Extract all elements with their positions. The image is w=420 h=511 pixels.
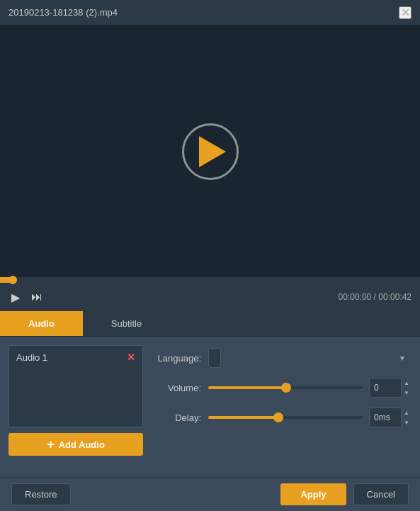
tab-subtitle[interactable]: Subtitle — [83, 311, 170, 336]
volume-thumb[interactable] — [281, 383, 291, 393]
delay-label: Delay: — [152, 412, 201, 423]
volume-spin-down[interactable]: ▼ — [402, 388, 412, 398]
add-audio-label: Add Audio — [59, 439, 105, 450]
tab-audio[interactable]: Audio — [0, 311, 83, 336]
volume-control: ▲ ▼ — [208, 378, 412, 398]
progress-handle[interactable] — [8, 276, 17, 284]
cancel-button[interactable]: Cancel — [353, 483, 409, 505]
fast-forward-button[interactable]: ⏭ — [28, 289, 45, 305]
add-audio-button[interactable]: + Add Audio — [8, 433, 143, 456]
time-separator: / — [374, 292, 376, 302]
delay-fill — [208, 416, 278, 419]
restore-button[interactable]: Restore — [11, 483, 71, 505]
window-title: 20190213-181238 (2).mp4 — [8, 7, 118, 18]
tabs-bar: Audio Subtitle — [0, 311, 420, 337]
plus-icon: + — [47, 438, 55, 451]
language-control — [208, 348, 412, 368]
audio-item-label: Audio 1 — [16, 352, 47, 363]
audio-list: Audio 1 ✕ — [8, 345, 143, 427]
volume-input-wrapper: ▲ ▼ — [369, 378, 412, 398]
delay-control: ▲ ▼ — [208, 408, 412, 427]
delay-input-wrapper: ▲ ▼ — [369, 408, 412, 427]
language-row: Language: — [152, 348, 412, 368]
delay-spin-up[interactable]: ▲ — [402, 408, 412, 417]
time-display: 00:00:00 / 00:00:42 — [339, 292, 412, 302]
audio-list-container: Audio 1 ✕ + Add Audio — [8, 345, 143, 456]
footer-actions: Apply Cancel — [280, 483, 409, 505]
language-label: Language: — [152, 353, 201, 364]
settings-panel: Language: Volume: ▲ — [152, 345, 412, 456]
delay-row: Delay: ▲ ▼ — [152, 408, 412, 427]
volume-spin-up[interactable]: ▲ — [402, 378, 412, 388]
delay-spin-arrows: ▲ ▼ — [401, 408, 412, 427]
total-time: 00:00:42 — [378, 292, 412, 302]
apply-button[interactable]: Apply — [280, 483, 346, 505]
progress-bar[interactable] — [0, 277, 420, 283]
delay-spin-down[interactable]: ▼ — [402, 417, 412, 427]
close-button[interactable]: ✕ — [399, 6, 412, 19]
language-select-wrapper — [208, 348, 412, 368]
volume-fill — [208, 386, 286, 389]
volume-label: Volume: — [152, 383, 201, 393]
play-pause-button[interactable]: ▶ — [8, 289, 23, 305]
volume-slider[interactable] — [208, 386, 363, 389]
title-bar: 20190213-181238 (2).mp4 ✕ — [0, 0, 420, 26]
content-panel: Audio 1 ✕ + Add Audio Language: Volume: — [0, 337, 420, 464]
controls-bar: ▶ ⏭ 00:00:00 / 00:00:42 — [0, 283, 420, 311]
current-time: 00:00:00 — [339, 292, 372, 302]
volume-spin-arrows: ▲ ▼ — [401, 378, 412, 398]
delay-thumb[interactable] — [273, 412, 283, 422]
audio-item: Audio 1 ✕ — [13, 350, 138, 364]
language-select[interactable] — [208, 348, 221, 368]
audio-item-remove-button[interactable]: ✕ — [127, 352, 135, 363]
video-area — [0, 26, 420, 277]
delay-slider[interactable] — [208, 416, 363, 419]
footer-bar: Restore Apply Cancel — [0, 477, 420, 511]
volume-row: Volume: ▲ ▼ — [152, 378, 412, 398]
playback-controls: ▶ ⏭ — [8, 289, 45, 305]
play-button[interactable] — [182, 123, 239, 180]
play-icon — [199, 136, 226, 167]
